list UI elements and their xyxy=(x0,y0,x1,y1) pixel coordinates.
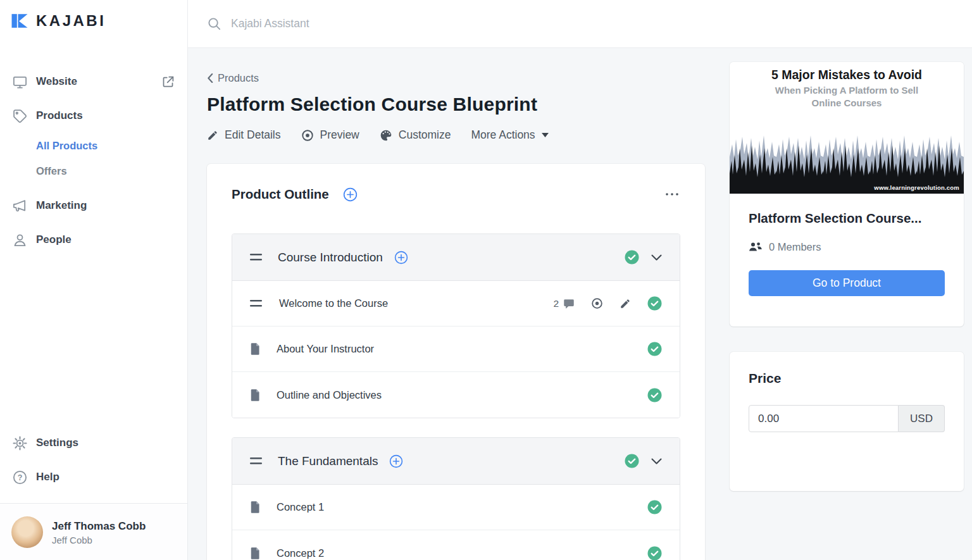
thumbnail-subtitle-line1: When Picking A Platform to Sell xyxy=(730,84,964,97)
breadcrumb[interactable]: Products xyxy=(207,72,705,84)
topbar xyxy=(188,0,972,48)
monitor-icon xyxy=(11,73,28,90)
lesson-title: Outline and Objectives xyxy=(277,389,382,401)
add-category-button[interactable] xyxy=(343,187,358,202)
caret-down-icon xyxy=(542,133,549,137)
avatar xyxy=(11,516,43,548)
members-count: 0 Members xyxy=(769,241,821,253)
lesson-row[interactable]: Concept 2 xyxy=(232,530,680,560)
more-actions-label: More Actions xyxy=(471,128,535,142)
sidebar-item-marketing[interactable]: Marketing xyxy=(0,189,187,223)
check-circle-icon xyxy=(647,296,662,311)
megaphone-icon xyxy=(11,197,28,214)
sidebar-item-offers[interactable]: Offers xyxy=(0,158,187,184)
sidebar-item-products[interactable]: Products xyxy=(0,99,187,133)
sidebar-item-label: People xyxy=(36,233,72,246)
sidebar-item-website[interactable]: Website xyxy=(0,65,187,99)
price-card: Price USD xyxy=(730,352,964,491)
comments-button[interactable]: 2 xyxy=(553,298,575,309)
customize-button[interactable]: Customize xyxy=(380,128,451,142)
sidebar-item-label: Products xyxy=(36,109,83,122)
outline-section: The Fundamentals xyxy=(232,437,680,560)
thumbnail-title: 5 Major Mistakes to Avoid xyxy=(730,68,964,82)
page-title: Platform Selection Course Blueprint xyxy=(207,94,705,115)
tag-icon xyxy=(11,108,28,124)
check-circle-icon xyxy=(647,388,662,402)
check-circle-icon xyxy=(647,500,662,514)
lesson-row[interactable]: About Your Instructor xyxy=(232,327,680,372)
section-header[interactable]: The Fundamentals xyxy=(232,438,680,485)
chevron-down-icon[interactable] xyxy=(651,254,662,261)
kajabi-logo[interactable]: KAJABI xyxy=(0,0,187,33)
check-circle-icon xyxy=(647,546,662,560)
main: Products Platform Selection Course Bluep… xyxy=(188,48,972,560)
thumbnail-subtitle-line2: Online Courses xyxy=(730,97,964,109)
gear-icon xyxy=(11,435,28,451)
section-title: Course Introduction xyxy=(278,251,383,264)
person-icon xyxy=(11,232,28,248)
document-icon xyxy=(250,389,259,401)
kajabi-logo-icon xyxy=(10,11,29,30)
comment-bubble-icon xyxy=(563,298,575,309)
sidebar: KAJABI Website Products All Products Off… xyxy=(0,0,188,560)
breadcrumb-label: Products xyxy=(218,72,259,84)
drag-handle-icon[interactable] xyxy=(250,300,262,307)
palette-icon xyxy=(380,129,392,142)
preview-label: Preview xyxy=(320,128,359,142)
outline-menu-button[interactable] xyxy=(664,189,680,200)
product-summary-card: 5 Major Mistakes to Avoid When Picking A… xyxy=(730,62,964,327)
members-icon xyxy=(749,242,762,252)
user-account: Jeff Cobb xyxy=(52,535,146,545)
lesson-row[interactable]: Welcome to the Course 2 xyxy=(232,281,680,327)
drag-handle-icon[interactable] xyxy=(250,254,262,261)
sidebar-item-label: Website xyxy=(36,75,77,88)
lesson-title: Concept 1 xyxy=(277,501,324,513)
search-input[interactable] xyxy=(231,17,953,30)
eye-icon xyxy=(301,129,314,142)
crowd-silhouette-graphic xyxy=(730,119,964,194)
currency-addon: USD xyxy=(899,405,945,432)
content-area: Products Platform Selection Course Bluep… xyxy=(188,0,972,560)
go-to-product-label: Go to Product xyxy=(813,277,881,289)
drag-handle-icon[interactable] xyxy=(250,457,262,464)
thumbnail-watermark: www.learningrevolution.com xyxy=(874,184,959,191)
check-circle-icon xyxy=(625,250,639,264)
outline-title: Product Outline xyxy=(232,187,329,202)
more-actions-button[interactable]: More Actions xyxy=(471,128,548,142)
price-input[interactable] xyxy=(749,405,899,432)
add-lesson-button[interactable] xyxy=(389,454,403,468)
sidebar-item-help[interactable]: ? Help xyxy=(0,460,187,494)
pencil-icon[interactable] xyxy=(620,298,631,309)
section-header[interactable]: Course Introduction xyxy=(232,234,680,281)
sidebar-item-label: Help xyxy=(36,471,59,483)
product-card-title: Platform Selection Course... xyxy=(749,211,945,226)
kajabi-logo-text: KAJABI xyxy=(36,12,106,30)
eye-icon[interactable] xyxy=(591,297,603,309)
svg-text:?: ? xyxy=(17,473,22,482)
sidebar-item-all-products[interactable]: All Products xyxy=(0,133,187,158)
product-outline-card: Product Outline Course Introduction xyxy=(207,164,705,560)
lesson-title: About Your Instructor xyxy=(277,343,374,355)
question-circle-icon: ? xyxy=(11,469,28,485)
document-icon xyxy=(250,343,259,355)
go-to-product-button[interactable]: Go to Product xyxy=(749,270,945,296)
outline-section: Course Introduction xyxy=(232,233,680,418)
preview-button[interactable]: Preview xyxy=(301,128,359,142)
lesson-row[interactable]: Concept 1 xyxy=(232,485,680,530)
edit-details-label: Edit Details xyxy=(225,128,281,142)
product-thumbnail: 5 Major Mistakes to Avoid When Picking A… xyxy=(730,62,964,194)
edit-details-button[interactable]: Edit Details xyxy=(207,128,281,142)
lesson-row[interactable]: Outline and Objectives xyxy=(232,372,680,418)
external-link-icon[interactable] xyxy=(159,73,176,90)
pencil-icon xyxy=(207,130,218,141)
user-name: Jeff Thomas Cobb xyxy=(52,518,146,535)
sidebar-item-people[interactable]: People xyxy=(0,223,187,257)
chevron-down-icon[interactable] xyxy=(651,458,662,464)
sidebar-item-settings[interactable]: Settings xyxy=(0,426,187,460)
comment-count: 2 xyxy=(553,298,559,309)
document-icon xyxy=(250,501,259,513)
user-menu[interactable]: Jeff Thomas Cobb Jeff Cobb xyxy=(0,503,187,560)
price-title: Price xyxy=(749,371,945,386)
add-lesson-button[interactable] xyxy=(394,251,408,264)
sidebar-nav: Website Products All Products Offers Mar… xyxy=(0,65,187,257)
